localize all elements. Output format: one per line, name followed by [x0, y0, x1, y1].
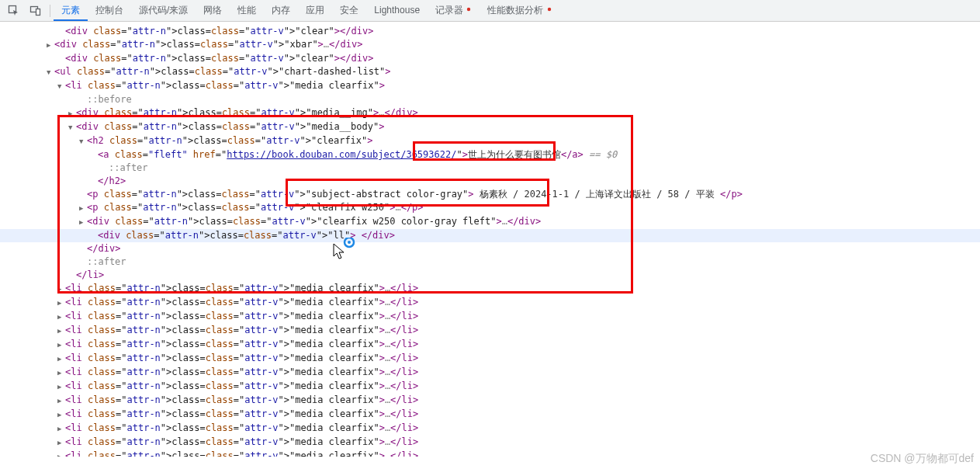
svg-point-3 — [467, 8, 470, 11]
expand-arrow-icon[interactable] — [79, 255, 87, 269]
expand-arrow-icon[interactable] — [79, 242, 87, 255]
tree-row[interactable]: <p class="attr-n">class=class="attr-v">"… — [0, 201, 980, 215]
tab-performance[interactable]: 性能 — [230, 0, 264, 21]
expand-arrow-icon[interactable] — [57, 422, 65, 436]
expand-arrow-icon[interactable] — [79, 93, 87, 106]
tree-row[interactable]: <li class="attr-n">class=class="attr-v">… — [0, 366, 980, 380]
tab-perf-insights[interactable]: 性能数据分析 — [480, 0, 559, 21]
expand-arrow-icon[interactable] — [57, 79, 65, 93]
tab-lighthouse[interactable]: Lighthouse — [366, 0, 428, 21]
expand-arrow-icon[interactable] — [57, 282, 65, 296]
expand-arrow-icon[interactable] — [57, 25, 65, 38]
tree-row[interactable]: <div class="attr-n">class=class="attr-v"… — [0, 120, 980, 134]
tree-row[interactable]: ::after — [0, 255, 980, 269]
svg-rect-2 — [36, 9, 40, 15]
href-link[interactable]: https://book.douban.com/subject/36593622… — [227, 149, 456, 160]
svg-point-4 — [548, 8, 551, 11]
elements-tree[interactable]: <div class="attr-n">class=class="attr-v"… — [0, 22, 980, 457]
tab-memory[interactable]: 内存 — [264, 0, 298, 21]
tree-row[interactable]: <div class="attr-n">class=class="attr-v"… — [0, 25, 980, 38]
expand-arrow-icon[interactable] — [47, 65, 54, 79]
expand-arrow-icon[interactable] — [101, 162, 109, 175]
expand-arrow-icon[interactable] — [57, 296, 65, 310]
expand-arrow-icon[interactable] — [68, 269, 76, 282]
expand-arrow-icon[interactable] — [90, 148, 98, 162]
ellipsis-icon[interactable]: … — [502, 216, 507, 227]
tree-row[interactable]: <li class="attr-n">class=class="attr-v">… — [0, 324, 980, 338]
tab-elements[interactable]: 元素 — [54, 0, 88, 21]
tree-row[interactable]: </div> — [0, 242, 980, 255]
tree-row[interactable]: <div class="attr-n">class=class="attr-v"… — [0, 52, 980, 65]
tree-row[interactable]: <div class="attr-n">class=class="attr-v"… — [0, 215, 980, 229]
expand-arrow-icon[interactable] — [90, 229, 98, 242]
tree-row[interactable]: <li class="attr-n">class=class="attr-v">… — [0, 338, 980, 352]
inspect-icon[interactable] — [3, 1, 25, 21]
ellipsis-icon[interactable]: … — [395, 202, 400, 213]
tab-recorder[interactable]: 记录器 — [428, 0, 480, 21]
tree-row[interactable]: <li class="attr-n">class=class="attr-v">… — [0, 422, 980, 436]
tree-row[interactable]: <li class="attr-n">class=class="attr-v">… — [0, 450, 980, 457]
tree-row[interactable]: <li class="attr-n">class=class="attr-v">… — [0, 79, 980, 93]
expand-arrow-icon[interactable] — [79, 188, 87, 201]
tab-network[interactable]: 网络 — [196, 0, 230, 21]
expand-arrow-icon[interactable] — [57, 52, 65, 65]
expand-arrow-icon[interactable] — [79, 134, 87, 148]
tree-row[interactable]: </h2> — [0, 175, 980, 188]
expand-arrow-icon[interactable] — [68, 120, 76, 134]
separator — [50, 5, 50, 17]
tree-row[interactable]: <li class="attr-n">class=class="attr-v">… — [0, 436, 980, 450]
tree-row[interactable]: <li class="attr-n">class=class="attr-v">… — [0, 380, 980, 394]
expand-arrow-icon[interactable] — [47, 38, 54, 52]
expand-arrow-icon[interactable] — [57, 310, 65, 324]
expand-arrow-icon[interactable] — [57, 338, 65, 352]
tree-row[interactable]: ::before — [0, 93, 980, 106]
expand-arrow-icon[interactable] — [57, 408, 65, 422]
tree-row[interactable]: <li class="attr-n">class=class="attr-v">… — [0, 310, 980, 324]
expand-arrow-icon[interactable] — [57, 324, 65, 338]
tree-row[interactable]: <li class="attr-n">class=class="attr-v">… — [0, 352, 980, 366]
tree-row[interactable]: <li class="attr-n">class=class="attr-v">… — [0, 282, 980, 296]
tree-row[interactable]: <li class="attr-n">class=class="attr-v">… — [0, 394, 980, 408]
anchor-row[interactable]: <a class="fleft" href="https://book.doub… — [0, 148, 980, 162]
expand-arrow-icon[interactable] — [57, 380, 65, 394]
selected-row[interactable]: <div class="attr-n">class=class="attr-v"… — [0, 229, 980, 242]
tab-console[interactable]: 控制台 — [88, 0, 131, 21]
expand-arrow-icon[interactable] — [57, 436, 65, 450]
tree-row[interactable]: <li class="attr-n">class=class="attr-v">… — [0, 296, 980, 310]
tree-row[interactable]: ::after — [0, 162, 980, 175]
tree-row[interactable]: <p class="attr-n">class=class="attr-v">"… — [0, 188, 980, 201]
expand-arrow-icon[interactable] — [57, 394, 65, 408]
tree-row[interactable]: </li> — [0, 269, 980, 282]
expand-arrow-icon[interactable] — [57, 366, 65, 380]
tree-row[interactable]: <ul class="attr-n">class=class="attr-v">… — [0, 65, 980, 79]
expand-arrow-icon[interactable] — [79, 215, 87, 229]
tab-sources[interactable]: 源代码/来源 — [131, 0, 196, 21]
tree-row[interactable]: <div class="attr-n">class=class="attr-v"… — [0, 106, 980, 120]
device-toolbar-icon[interactable] — [25, 1, 47, 21]
expand-arrow-icon[interactable] — [90, 175, 98, 188]
devtools-tabbar: 元素 控制台 源代码/来源 网络 性能 内存 应用 安全 Lighthouse … — [0, 0, 980, 22]
expand-arrow-icon[interactable] — [79, 201, 87, 215]
expand-arrow-icon[interactable] — [68, 106, 76, 120]
tree-row[interactable]: <div class="attr-n">class=class="attr-v"… — [0, 38, 980, 52]
tab-application[interactable]: 应用 — [298, 0, 332, 21]
expand-arrow-icon[interactable] — [57, 352, 65, 366]
ellipsis-icon[interactable]: … — [324, 39, 329, 50]
expand-arrow-icon[interactable] — [57, 450, 65, 457]
tree-row[interactable]: <h2 class="attr-n">class=class="attr-v">… — [0, 134, 980, 148]
tree-row[interactable]: <li class="attr-n">class=class="attr-v">… — [0, 408, 980, 422]
tab-security[interactable]: 安全 — [332, 0, 366, 21]
